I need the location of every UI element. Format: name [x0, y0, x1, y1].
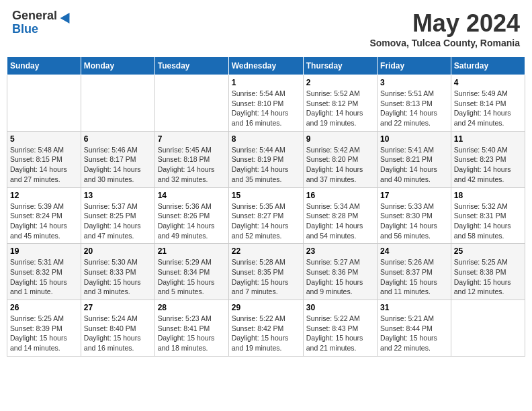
day-number: 22: [232, 246, 300, 256]
day-info: Sunrise: 5:37 AM Sunset: 8:25 PM Dayligh…: [84, 201, 152, 241]
calendar-cell: 20Sunrise: 5:30 AM Sunset: 8:33 PM Dayli…: [81, 244, 154, 300]
day-number: 5: [10, 134, 78, 144]
day-number: 9: [306, 134, 374, 144]
day-info: Sunrise: 5:44 AM Sunset: 8:19 PM Dayligh…: [232, 145, 300, 185]
day-number: 12: [10, 191, 78, 200]
week-row-2: 12Sunrise: 5:39 AM Sunset: 8:24 PM Dayli…: [7, 187, 525, 244]
day-info: Sunrise: 5:54 AM Sunset: 8:10 PM Dayligh…: [232, 89, 300, 128]
day-info: Sunrise: 5:40 AM Sunset: 8:23 PM Dayligh…: [454, 145, 522, 185]
header-sunday: Sunday: [7, 57, 81, 75]
day-info: Sunrise: 5:27 AM Sunset: 8:36 PM Dayligh…: [306, 257, 374, 297]
header-row: SundayMondayTuesdayWednesdayThursdayFrid…: [7, 57, 525, 75]
header-tuesday: Tuesday: [154, 57, 228, 75]
day-info: Sunrise: 5:26 AM Sunset: 8:37 PM Dayligh…: [380, 257, 448, 297]
day-number: 6: [84, 134, 152, 144]
calendar-cell: 22Sunrise: 5:28 AM Sunset: 8:35 PM Dayli…: [228, 244, 303, 300]
calendar-cell: 9Sunrise: 5:42 AM Sunset: 8:20 PM Daylig…: [303, 131, 377, 187]
calendar-cell: 12Sunrise: 5:39 AM Sunset: 8:24 PM Dayli…: [7, 187, 81, 244]
day-info: Sunrise: 5:52 AM Sunset: 8:12 PM Dayligh…: [306, 89, 374, 128]
day-number: 31: [380, 303, 448, 312]
calendar-cell: 16Sunrise: 5:34 AM Sunset: 8:28 PM Dayli…: [303, 187, 377, 244]
day-number: 13: [84, 191, 152, 200]
day-number: 28: [158, 303, 226, 312]
day-number: 21: [158, 246, 226, 256]
header-wednesday: Wednesday: [228, 57, 303, 75]
day-info: Sunrise: 5:28 AM Sunset: 8:35 PM Dayligh…: [232, 257, 300, 297]
calendar-cell: [154, 75, 228, 132]
calendar-cell: 18Sunrise: 5:32 AM Sunset: 8:31 PM Dayli…: [451, 187, 525, 244]
day-info: Sunrise: 5:41 AM Sunset: 8:21 PM Dayligh…: [380, 145, 448, 185]
header-friday: Friday: [378, 57, 451, 75]
day-info: Sunrise: 5:42 AM Sunset: 8:20 PM Dayligh…: [306, 145, 374, 185]
day-number: 19: [10, 246, 78, 256]
day-number: 25: [454, 246, 522, 256]
main-title: May 2024: [369, 9, 520, 38]
day-number: 30: [306, 303, 374, 312]
day-number: 11: [454, 134, 522, 144]
day-number: 7: [158, 134, 226, 144]
day-info: Sunrise: 5:49 AM Sunset: 8:14 PM Dayligh…: [454, 89, 522, 128]
calendar-cell: 27Sunrise: 5:24 AM Sunset: 8:40 PM Dayli…: [81, 300, 154, 357]
calendar-cell: 5Sunrise: 5:48 AM Sunset: 8:15 PM Daylig…: [7, 131, 81, 187]
logo-general-text: General: [12, 9, 57, 22]
day-number: 14: [158, 191, 226, 200]
calendar-cell: 7Sunrise: 5:45 AM Sunset: 8:18 PM Daylig…: [154, 131, 228, 187]
day-info: Sunrise: 5:45 AM Sunset: 8:18 PM Dayligh…: [158, 145, 226, 185]
logo-triangle-icon: [60, 10, 74, 24]
week-row-3: 19Sunrise: 5:31 AM Sunset: 8:32 PM Dayli…: [7, 244, 525, 300]
page-header: General Blue May 2024 Somova, Tulcea Cou…: [7, 7, 525, 51]
calendar-cell: [81, 75, 154, 132]
calendar-cell: 13Sunrise: 5:37 AM Sunset: 8:25 PM Dayli…: [81, 187, 154, 244]
calendar-cell: 24Sunrise: 5:26 AM Sunset: 8:37 PM Dayli…: [378, 244, 451, 300]
calendar-cell: 10Sunrise: 5:41 AM Sunset: 8:21 PM Dayli…: [378, 131, 451, 187]
week-row-0: 1Sunrise: 5:54 AM Sunset: 8:10 PM Daylig…: [7, 75, 525, 132]
day-number: 2: [306, 78, 374, 87]
day-number: 10: [380, 134, 448, 144]
day-number: 26: [10, 303, 78, 312]
calendar-cell: 17Sunrise: 5:33 AM Sunset: 8:30 PM Dayli…: [378, 187, 451, 244]
title-block: May 2024 Somova, Tulcea County, Romania: [369, 9, 520, 48]
subtitle: Somova, Tulcea County, Romania: [369, 38, 520, 48]
logo-blue-text: Blue: [12, 23, 73, 36]
calendar-cell: 31Sunrise: 5:21 AM Sunset: 8:44 PM Dayli…: [378, 300, 451, 357]
day-number: 1: [232, 78, 300, 87]
day-info: Sunrise: 5:48 AM Sunset: 8:15 PM Dayligh…: [10, 145, 78, 185]
calendar-cell: 21Sunrise: 5:29 AM Sunset: 8:34 PM Dayli…: [154, 244, 228, 300]
calendar-cell: 29Sunrise: 5:22 AM Sunset: 8:42 PM Dayli…: [228, 300, 303, 357]
day-number: 16: [306, 191, 374, 200]
day-number: 27: [84, 303, 152, 312]
day-info: Sunrise: 5:35 AM Sunset: 8:27 PM Dayligh…: [232, 201, 300, 241]
calendar-cell: 3Sunrise: 5:51 AM Sunset: 8:13 PM Daylig…: [378, 75, 451, 132]
calendar-cell: 26Sunrise: 5:25 AM Sunset: 8:39 PM Dayli…: [7, 300, 81, 357]
day-info: Sunrise: 5:36 AM Sunset: 8:26 PM Dayligh…: [158, 201, 226, 241]
logo: General Blue: [12, 9, 73, 36]
calendar-cell: 2Sunrise: 5:52 AM Sunset: 8:12 PM Daylig…: [303, 75, 377, 132]
calendar-cell: 28Sunrise: 5:23 AM Sunset: 8:41 PM Dayli…: [154, 300, 228, 357]
day-info: Sunrise: 5:34 AM Sunset: 8:28 PM Dayligh…: [306, 201, 374, 241]
calendar-cell: 30Sunrise: 5:22 AM Sunset: 8:43 PM Dayli…: [303, 300, 377, 357]
day-number: 20: [84, 246, 152, 256]
calendar-cell: 25Sunrise: 5:25 AM Sunset: 8:38 PM Dayli…: [451, 244, 525, 300]
calendar-cell: 19Sunrise: 5:31 AM Sunset: 8:32 PM Dayli…: [7, 244, 81, 300]
calendar-cell: 11Sunrise: 5:40 AM Sunset: 8:23 PM Dayli…: [451, 131, 525, 187]
calendar-cell: 23Sunrise: 5:27 AM Sunset: 8:36 PM Dayli…: [303, 244, 377, 300]
day-number: 18: [454, 191, 522, 200]
day-number: 29: [232, 303, 300, 312]
day-info: Sunrise: 5:32 AM Sunset: 8:31 PM Dayligh…: [454, 201, 522, 241]
calendar-table: SundayMondayTuesdayWednesdayThursdayFrid…: [7, 56, 525, 357]
calendar-cell: 4Sunrise: 5:49 AM Sunset: 8:14 PM Daylig…: [451, 75, 525, 132]
day-info: Sunrise: 5:46 AM Sunset: 8:17 PM Dayligh…: [84, 145, 152, 185]
header-monday: Monday: [81, 57, 154, 75]
header-thursday: Thursday: [303, 57, 377, 75]
day-number: 15: [232, 191, 300, 200]
week-row-1: 5Sunrise: 5:48 AM Sunset: 8:15 PM Daylig…: [7, 131, 525, 187]
day-number: 8: [232, 134, 300, 144]
calendar-cell: [7, 75, 81, 132]
calendar-cell: 8Sunrise: 5:44 AM Sunset: 8:19 PM Daylig…: [228, 131, 303, 187]
day-info: Sunrise: 5:25 AM Sunset: 8:39 PM Dayligh…: [10, 314, 78, 353]
day-info: Sunrise: 5:22 AM Sunset: 8:43 PM Dayligh…: [306, 314, 374, 353]
day-info: Sunrise: 5:25 AM Sunset: 8:38 PM Dayligh…: [454, 257, 522, 297]
week-row-4: 26Sunrise: 5:25 AM Sunset: 8:39 PM Dayli…: [7, 300, 525, 357]
day-info: Sunrise: 5:24 AM Sunset: 8:40 PM Dayligh…: [84, 314, 152, 353]
day-info: Sunrise: 5:22 AM Sunset: 8:42 PM Dayligh…: [232, 314, 300, 353]
